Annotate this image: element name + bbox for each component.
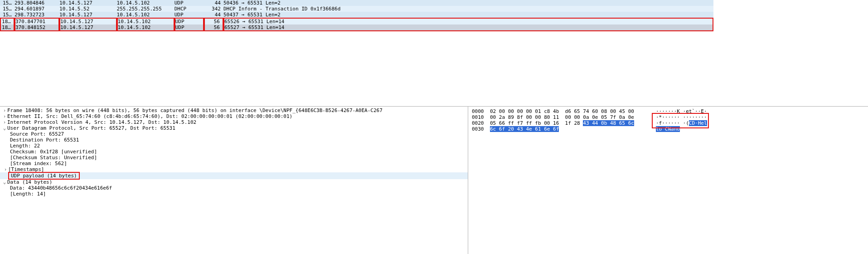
hex-ascii: ·······K ·et`··E· (653, 108, 707, 114)
chevron-right-icon[interactable]: › (2, 107, 7, 113)
tree-udp-payload-selected[interactable]: UDP payload (14 bytes) (0, 172, 468, 179)
tree-label: [Length: 14] (10, 191, 46, 197)
tree-data-bytes[interactable]: Data: 43440b48656c6c6f20434e616e6f (0, 185, 468, 191)
hex-highlight: 43 44 0b 48 65 6c (583, 120, 634, 126)
hex-line[interactable]: 0010 00 2a 89 8f 00 00 80 11 00 00 0a 0e… (472, 114, 868, 120)
chevron-right-icon[interactable]: › (2, 113, 7, 119)
hex-line[interactable]: 0030 6c 6f 20 43 4e 61 6e 6f lo CNano (472, 126, 868, 132)
table-row[interactable]: 15… 293.804846 10.14.5.127 10.14.5.102 U… (0, 0, 713, 6)
chevron-down-icon[interactable]: ⌄ (2, 179, 7, 185)
tree-label: UDP payload (14 bytes) (8, 172, 80, 180)
hex-highlight: 6c 6f 20 43 4e 61 6e 6f (490, 126, 559, 132)
chevron-right-icon[interactable]: › (2, 119, 7, 125)
tree-udp[interactable]: ⌄ User Datagram Protocol, Src Port: 6552… (0, 125, 468, 131)
hex-bytes: 02 00 00 00 00 01 c8 4b d6 65 74 60 08 0… (490, 108, 653, 114)
table-row[interactable]: 15… 294.601897 10.14.5.52 255.255.255.25… (0, 6, 713, 12)
cell-info: 50436 → 65531 Len=2 (223, 0, 713, 6)
tree-label: Length: 22 (10, 143, 40, 149)
tree-udp-length[interactable]: Length: 22 (0, 143, 468, 149)
tree-label: User Datagram Protocol, Src Port: 65527,… (7, 125, 175, 131)
tree-label: Destination Port: 65531 (10, 137, 79, 143)
cell-dst: 10.14.5.102 (117, 0, 175, 6)
tree-udp-checksum[interactable]: Checksum: 0x1f28 [unverified] (0, 149, 468, 155)
cell-proto: UDP (175, 0, 204, 6)
tree-data[interactable]: ⌄ Data (14 bytes) (0, 179, 468, 185)
packet-list[interactable]: 15… 293.804846 10.14.5.127 10.14.5.102 U… (0, 0, 713, 31)
hex-line[interactable]: 0020 05 66 ff f7 ff fb 00 16 1f 28 43 44… (472, 120, 868, 126)
tree-label: Source Port: 65527 (10, 131, 64, 137)
chevron-down-icon[interactable]: ⌄ (2, 125, 7, 131)
hex-offset: 0000 (472, 108, 490, 114)
tree-label: Data: 43440b48656c6c6f20434e616e6f (10, 185, 112, 191)
tree-udp-srcport[interactable]: Source Port: 65527 (0, 131, 468, 137)
cell-no: 15… (0, 0, 15, 6)
table-row[interactable]: 15… 298.732723 10.14.5.127 10.14.5.102 U… (0, 12, 713, 18)
hex-dump[interactable]: 0000 02 00 00 00 00 01 c8 4b d6 65 74 60… (468, 107, 868, 254)
tree-udp-checksum-status[interactable]: [Checksum Status: Unverified] (0, 155, 468, 161)
table-row-selected[interactable]: 18… 370.848152 10.14.5.127 10.14.5.102 U… (0, 24, 713, 31)
tree-label: Frame 18408: 56 bytes on wire (448 bits)… (7, 107, 383, 113)
cell-time: 293.804846 (15, 0, 59, 6)
cell-src: 10.14.5.127 (59, 0, 116, 6)
tree-ip[interactable]: › Internet Protocol Version 4, Src: 10.1… (0, 119, 468, 125)
chevron-right-icon[interactable]: › (3, 166, 8, 172)
tree-label: Data (14 bytes) (7, 179, 52, 185)
tree-label: Checksum: 0x1f28 [unverified] (10, 149, 97, 155)
tree-udp-stream[interactable]: [Stream index: 562] (0, 161, 468, 166)
tree-udp-dstport[interactable]: Destination Port: 65531 (0, 137, 468, 143)
tree-label: [Stream index: 562] (10, 161, 67, 166)
packet-detail-tree[interactable]: › Frame 18408: 56 bytes on wire (448 bit… (0, 107, 468, 254)
tree-label: Internet Protocol Version 4, Src: 10.14.… (7, 119, 196, 125)
ascii-highlight: lo CNano (656, 126, 680, 132)
ascii-highlight: CD·Hel (689, 120, 707, 126)
tree-label: Ethernet II, Src: Dell_65:74:60 (c8:4b:d… (7, 113, 292, 119)
tree-data-length[interactable]: [Length: 14] (0, 191, 468, 197)
cell-len: 44 (204, 0, 223, 6)
hex-line[interactable]: 0000 02 00 00 00 00 01 c8 4b d6 65 74 60… (472, 108, 868, 114)
tree-ethernet[interactable]: › Ethernet II, Src: Dell_65:74:60 (c8:4b… (0, 113, 468, 119)
table-row[interactable]: 18… 370.847701 10.14.5.127 10.14.5.102 U… (0, 18, 713, 24)
tree-label: [Checksum Status: Unverified] (10, 155, 97, 161)
tree-frame[interactable]: › Frame 18408: 56 bytes on wire (448 bit… (0, 107, 468, 113)
